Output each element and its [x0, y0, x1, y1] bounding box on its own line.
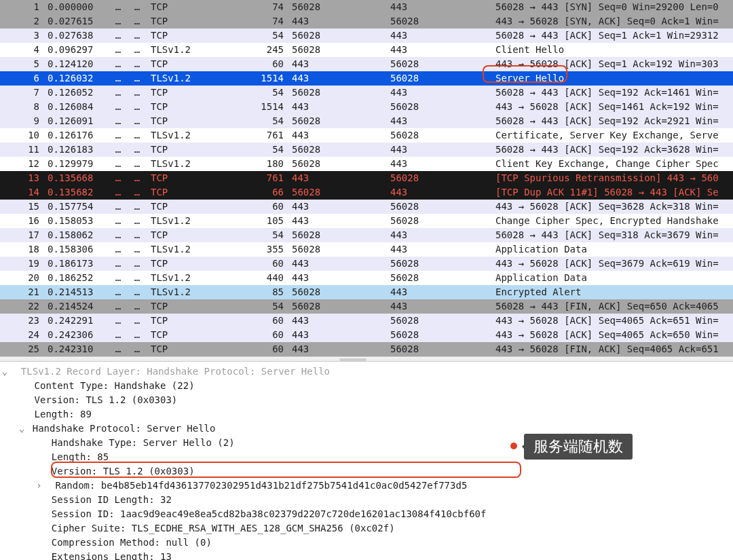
packet-row[interactable]: 50.124120……TCP6044356028443 → 56028 [ACK…: [0, 57, 733, 71]
detail-hs-version[interactable]: Version: TLS 1.2 (0x0303): [0, 464, 733, 479]
packet-source: …: [109, 342, 128, 356]
packet-info: 443 → 56028 [ACK] Seq=4065 Ack=651 Win=: [491, 314, 733, 328]
chevron-right-icon[interactable]: ›: [35, 479, 44, 493]
detail-extensions-length[interactable]: Extensions Length: 13: [0, 550, 733, 560]
packet-row[interactable]: 140.135682……TCP6656028443[TCP Dup ACK 11…: [0, 185, 733, 200]
detail-version[interactable]: Version: TLS 1.2 (0x0303): [0, 393, 733, 407]
detail-record-layer[interactable]: ⌄ TLSv1.2 Record Layer: Handshake Protoc…: [0, 365, 733, 379]
packet-info: 443 → 56028 [ACK] Seq=3679 Ack=619 Win=: [491, 257, 733, 271]
packet-dst-port: 56028: [386, 314, 491, 328]
packet-number: 7: [0, 86, 43, 100]
packet-src-port: 443: [288, 57, 386, 71]
packet-length: 60: [235, 328, 288, 342]
packet-length: 60: [235, 57, 288, 71]
packet-list-table[interactable]: 10.000000……TCP745602844356028 → 443 [SYN…: [0, 0, 733, 356]
packet-dst-port: 443: [386, 0, 491, 14]
packet-src-port: 443: [288, 214, 386, 228]
packet-row[interactable]: 200.186252……TLSv1.244044356028Applicatio…: [0, 271, 733, 285]
packet-row[interactable]: 30.027638……TCP545602844356028 → 443 [ACK…: [0, 29, 733, 43]
packet-destination: …: [128, 299, 147, 314]
packet-protocol: TCP: [147, 57, 235, 71]
packet-row[interactable]: 170.158062……TCP545602844356028 → 443 [AC…: [0, 228, 733, 242]
detail-random[interactable]: › Random: be4b85eb14fd436137702302951d43…: [0, 479, 733, 493]
detail-session-id[interactable]: Session ID: 1aac9d9eac49e8ea5cd82ba38c02…: [0, 507, 733, 521]
packet-time: 0.214513: [43, 285, 109, 299]
packet-destination: …: [128, 228, 147, 242]
packet-dst-port: 56028: [386, 342, 491, 356]
packet-protocol: TCP: [147, 114, 235, 128]
packet-source: …: [109, 143, 128, 157]
detail-content-type[interactable]: Content Type: Handshake (22): [0, 379, 733, 393]
packet-src-port: 56028: [288, 299, 386, 314]
packet-number: 25: [0, 342, 43, 356]
packet-destination: …: [128, 143, 147, 157]
packet-dst-port: 56028: [386, 100, 491, 114]
packet-row[interactable]: 100.126176……TLSv1.276144356028Certificat…: [0, 128, 733, 143]
packet-row[interactable]: 220.214524……TCP545602844356028 → 443 [FI…: [0, 299, 733, 314]
packet-row[interactable]: 210.214513……TLSv1.28556028443Encrypted A…: [0, 285, 733, 299]
detail-session-id-length[interactable]: Session ID Length: 32: [0, 493, 733, 507]
chevron-down-icon[interactable]: ⌄: [0, 365, 10, 379]
chevron-down-icon[interactable]: ⌄: [17, 422, 26, 436]
packet-row[interactable]: 20.027615……TCP7444356028443 → 56028 [SYN…: [0, 14, 733, 29]
packet-info: 56028 → 443 [ACK] Seq=192 Ack=3628 Win=: [491, 143, 733, 157]
packet-details-pane[interactable]: ⌄ TLSv1.2 Record Layer: Handshake Protoc…: [0, 362, 733, 560]
packet-row[interactable]: 190.186173……TCP6044356028443 → 56028 [AC…: [0, 257, 733, 271]
packet-dst-port: 443: [386, 285, 491, 299]
packet-destination: …: [128, 114, 147, 128]
packet-time: 0.124120: [43, 57, 109, 71]
packet-time: 0.126176: [43, 128, 109, 143]
packet-src-port: 443: [288, 328, 386, 342]
packet-source: …: [109, 171, 128, 185]
drag-handle-icon[interactable]: [339, 358, 366, 361]
packet-number: 12: [0, 157, 43, 171]
packet-dst-port: 443: [386, 299, 491, 314]
packet-src-port: 56028: [288, 0, 386, 14]
packet-row[interactable]: 150.157754……TCP6044356028443 → 56028 [AC…: [0, 200, 733, 214]
packet-protocol: TCP: [147, 257, 235, 271]
packet-info: Application Data: [491, 242, 733, 257]
packet-row[interactable]: 90.126091……TCP545602844356028 → 443 [ACK…: [0, 114, 733, 128]
detail-cipher-suite[interactable]: Cipher Suite: TLS_ECDHE_RSA_WITH_AES_128…: [0, 521, 733, 536]
packet-row[interactable]: 230.242291……TCP6044356028443 → 56028 [AC…: [0, 314, 733, 328]
packet-row[interactable]: 70.126052……TCP545602844356028 → 443 [ACK…: [0, 86, 733, 100]
packet-info: 56028 → 443 [ACK] Seq=192 Ack=2921 Win=: [491, 114, 733, 128]
packet-row[interactable]: 110.126183……TCP545602844356028 → 443 [AC…: [0, 143, 733, 157]
packet-source: …: [109, 257, 128, 271]
packet-row[interactable]: 60.126032……TLSv1.2151444356028Server Hel…: [0, 71, 733, 86]
packet-number: 23: [0, 314, 43, 328]
pane-separator[interactable]: [0, 356, 733, 362]
packet-protocol: TCP: [147, 29, 235, 43]
packet-row[interactable]: 250.242310……TCP6044356028443 → 56028 [FI…: [0, 342, 733, 356]
packet-source: …: [109, 200, 128, 214]
packet-row[interactable]: 40.096297……TLSv1.224556028443Client Hell…: [0, 43, 733, 57]
packet-source: …: [109, 0, 128, 14]
packet-destination: …: [128, 71, 147, 86]
annotation-callout: 服务端随机数: [524, 434, 633, 460]
packet-src-port: 443: [288, 171, 386, 185]
detail-length[interactable]: Length: 89: [0, 407, 733, 422]
packet-row[interactable]: 120.129979……TLSv1.218056028443Client Key…: [0, 157, 733, 171]
packet-row[interactable]: 80.126084……TCP151444356028443 → 56028 [A…: [0, 100, 733, 114]
packet-number: 3: [0, 29, 43, 43]
packet-time: 0.135668: [43, 171, 109, 185]
packet-row[interactable]: 240.242306……TCP6044356028443 → 56028 [AC…: [0, 328, 733, 342]
packet-number: 20: [0, 271, 43, 285]
packet-source: …: [109, 100, 128, 114]
packet-source: …: [109, 43, 128, 57]
detail-compression[interactable]: Compression Method: null (0): [0, 536, 733, 550]
packet-row[interactable]: 130.135668……TCP76144356028[TCP Spurious …: [0, 171, 733, 185]
packet-length: 180: [235, 157, 288, 171]
packet-length: 85: [235, 285, 288, 299]
packet-src-port: 56028: [288, 86, 386, 100]
packet-destination: …: [128, 86, 147, 100]
packet-protocol: TLSv1.2: [147, 157, 235, 171]
packet-length: 761: [235, 171, 288, 185]
packet-number: 6: [0, 71, 43, 86]
packet-row[interactable]: 10.000000……TCP745602844356028 → 443 [SYN…: [0, 0, 733, 14]
packet-dst-port: 56028: [386, 71, 491, 86]
packet-row[interactable]: 160.158053……TLSv1.210544356028Change Cip…: [0, 214, 733, 228]
packet-source: …: [109, 86, 128, 100]
packet-row[interactable]: 180.158306……TLSv1.235556028443Applicatio…: [0, 242, 733, 257]
packet-protocol: TCP: [147, 14, 235, 29]
